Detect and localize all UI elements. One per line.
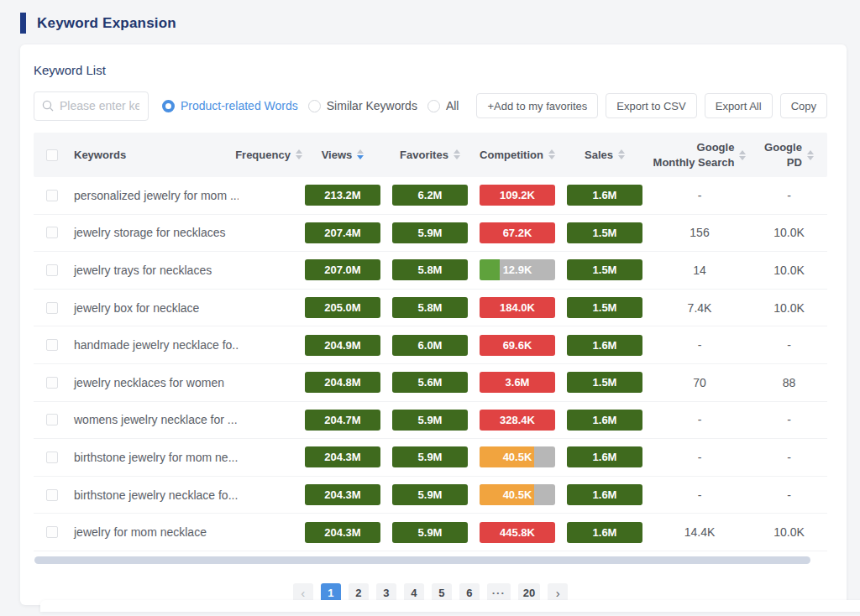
sort-arrows-icon[interactable] [739, 150, 746, 160]
column-header-fav[interactable]: Favorites [386, 148, 474, 163]
row-checkbox[interactable] [46, 377, 58, 389]
row-checkbox-cell [34, 452, 71, 463]
select-all-checkbox[interactable] [46, 149, 58, 161]
keyword-text: birthstone jewelry necklace fo... [74, 488, 238, 502]
google-monthly-search-value: - [698, 189, 702, 202]
keyword-table: KeywordsFrequencyViewsFavoritesCompetiti… [34, 133, 827, 551]
table-body: personalized jewelry for mom ...213.2M6.… [34, 177, 827, 551]
views-badge: 207.0M [305, 259, 380, 280]
column-header-label: Sales [585, 148, 613, 163]
sort-arrows-icon[interactable] [618, 149, 625, 159]
google-pd-cell: - [751, 488, 827, 502]
row-checkbox[interactable] [46, 190, 58, 201]
google-monthly-search-cell: - [648, 413, 751, 426]
favorites-badge: 5.6M [392, 372, 468, 393]
sort-arrows-icon[interactable] [807, 150, 814, 160]
sort-asc-icon [548, 149, 555, 154]
add-to-favorites-button[interactable]: +Add to my favorites [476, 93, 598, 118]
badge-value: 5.9M [418, 488, 443, 501]
filter-radio-group: Product-related WordsSimilar KeywordsAll [162, 99, 469, 112]
column-header-views[interactable]: Views [299, 148, 386, 163]
badge-value: 204.7M [324, 414, 360, 426]
sort-arrows-icon[interactable] [357, 149, 364, 159]
sort-desc-icon [618, 155, 625, 159]
google-pd-cell: - [751, 338, 827, 352]
row-checkbox[interactable] [46, 302, 58, 314]
views-badge: 204.9M [305, 335, 380, 356]
filter-radio-1[interactable]: Product-related Words [162, 99, 298, 112]
badge-value: 40.5K [503, 488, 532, 501]
row-checkbox[interactable] [46, 452, 58, 463]
sales-badge: 1.5M [567, 297, 642, 318]
keyword-text: jewelry necklaces for women [74, 376, 224, 389]
row-checkbox-cell [34, 414, 71, 425]
row-checkbox[interactable] [46, 414, 58, 425]
row-checkbox[interactable] [46, 264, 58, 276]
favorites-cell: 5.9M [386, 410, 474, 431]
radio-label: All [446, 99, 459, 112]
favorites-cell: 5.9M [386, 484, 474, 505]
favorites-badge: 5.8M [392, 259, 468, 280]
competition-badge: 12.9K [480, 259, 555, 280]
views-badge: 204.7M [305, 410, 380, 431]
google-pd-cell: 10.0K [751, 226, 827, 239]
google-monthly-search-cell: 7.4K [648, 301, 751, 315]
export-all-button[interactable]: Export All [705, 93, 773, 118]
table-row: birthstone jewelry for mom ne...204.3M5.… [34, 439, 827, 477]
badge-value: 5.9M [418, 227, 443, 239]
badge-value: 204.8M [324, 376, 360, 389]
sales-cell: 1.5M [561, 297, 648, 318]
copy-button[interactable]: Copy [780, 93, 827, 118]
column-header-label: Views [322, 148, 353, 163]
badge-value: 5.9M [418, 451, 443, 463]
sort-asc-icon [807, 150, 814, 154]
sort-arrows-icon[interactable] [454, 149, 460, 159]
google-monthly-search-value: 14.4K [684, 525, 716, 539]
badge-value: 67.2K [503, 227, 532, 239]
sort-asc-icon [357, 149, 364, 154]
badge-value: 6.0M [418, 339, 443, 352]
google-monthly-search-value: - [698, 451, 702, 464]
google-monthly-search-cell: - [648, 338, 751, 352]
google-monthly-search-value: - [698, 488, 702, 502]
google-pd-cell: 10.0K [751, 264, 827, 277]
column-header-comp[interactable]: Competition [474, 148, 561, 163]
filter-radio-2[interactable]: Similar Keywords [308, 99, 417, 112]
column-header-gpd[interactable]: GooglePD [751, 140, 827, 170]
keyword-cell: birthstone jewelry necklace fo... [71, 488, 239, 503]
filter-radio-3[interactable]: All [427, 99, 459, 112]
row-checkbox-cell [34, 526, 71, 538]
badge-value: 1.5M [593, 301, 617, 314]
row-checkbox[interactable] [46, 339, 58, 351]
competition-cell: 328.4K [474, 410, 561, 431]
row-checkbox[interactable] [46, 489, 58, 501]
google-pd-value: - [787, 189, 791, 202]
column-header-gms[interactable]: GoogleMonthly Search [648, 140, 751, 170]
views-badge: 204.3M [305, 522, 380, 543]
sort-desc-icon [454, 155, 460, 159]
competition-cell: 184.0K [474, 297, 561, 318]
row-checkbox[interactable] [46, 526, 58, 538]
row-checkbox[interactable] [46, 227, 58, 238]
column-header-sales[interactable]: Sales [561, 148, 648, 163]
competition-cell: 445.8K [474, 522, 561, 543]
keyword-cell: womens jewelry necklace for ... [71, 412, 239, 427]
google-monthly-search-cell: 14.4K [648, 525, 751, 539]
radio-label: Product-related Words [181, 99, 298, 112]
column-header-label: Keywords [74, 148, 239, 163]
export-csv-button[interactable]: Export to CSV [606, 93, 696, 118]
competition-badge: 445.8K [480, 522, 555, 543]
google-pd-value: - [787, 338, 791, 352]
competition-badge: 67.2K [480, 222, 555, 243]
competition-cell: 3.6M [474, 372, 561, 393]
column-header-freq[interactable]: Frequency [239, 148, 299, 163]
sort-arrows-icon[interactable] [548, 149, 555, 159]
badge-value: 184.0K [500, 301, 535, 314]
title-accent-bar [20, 13, 26, 34]
favorites-cell: 5.8M [386, 297, 474, 318]
google-pd-value: - [787, 413, 791, 426]
competition-cell: 109.2K [474, 185, 561, 206]
google-pd-value: - [787, 488, 791, 502]
horizontal-scrollbar-thumb[interactable] [34, 556, 810, 564]
badge-value: 6.2M [418, 189, 443, 201]
